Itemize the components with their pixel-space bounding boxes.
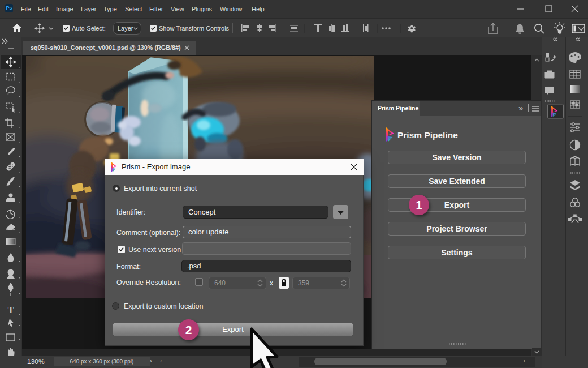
svg-text:T: T xyxy=(8,305,14,315)
